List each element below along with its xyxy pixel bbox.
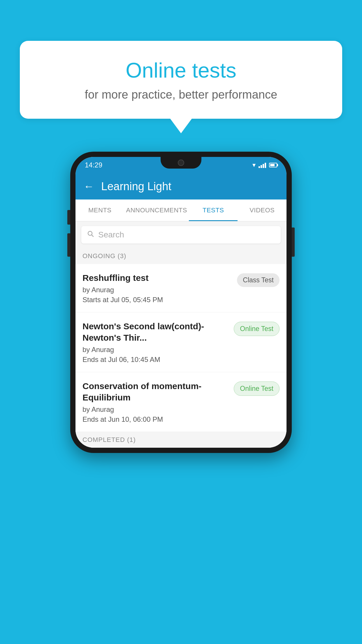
search-placeholder: Search [98, 230, 124, 239]
bubble-title: Online tests [43, 58, 319, 82]
signal-bar-3 [263, 164, 264, 168]
test-content-2: Newton's Second law(contd)-Newton's Thir… [82, 321, 234, 364]
test-badge-2: Online Test [234, 322, 280, 336]
front-camera [178, 160, 184, 166]
speech-bubble: Online tests for more practice, better p… [20, 41, 342, 119]
phone-screen: 14:29 ▾ ← Learning Light [75, 157, 287, 448]
back-arrow-icon[interactable]: ← [84, 180, 94, 192]
volume-down-button [67, 210, 70, 225]
svg-line-1 [92, 235, 94, 237]
test-item[interactable]: Reshuffling test by Anurag Starts at Jul… [75, 264, 287, 312]
test-title-3: Conservation of momentum-Equilibrium [82, 380, 228, 403]
test-author-1: by Anurag [82, 286, 231, 294]
volume-up-button [67, 233, 70, 257]
test-content-3: Conservation of momentum-Equilibrium by … [82, 380, 234, 424]
speech-bubble-container: Online tests for more practice, better p… [20, 41, 342, 119]
completed-section-header: COMPLETED (1) [75, 432, 287, 448]
signal-bar-1 [259, 166, 260, 168]
app-title: Learning Light [101, 180, 171, 193]
test-content-1: Reshuffling test by Anurag Starts at Jul… [82, 272, 237, 304]
test-title-1: Reshuffling test [82, 272, 231, 284]
tab-ments[interactable]: MENTS [75, 200, 124, 221]
test-item[interactable]: Newton's Second law(contd)-Newton's Thir… [75, 312, 287, 372]
test-date-2: Ends at Jul 06, 10:45 AM [82, 356, 228, 364]
tabs-container: MENTS ANNOUNCEMENTS TESTS VIDEOS [75, 200, 287, 221]
test-badge-1: Class Test [237, 273, 280, 287]
status-icons: ▾ [252, 161, 277, 169]
battery-fill [270, 164, 275, 166]
test-title-2: Newton's Second law(contd)-Newton's Thir… [82, 321, 228, 343]
test-badge-3: Online Test [234, 382, 280, 396]
search-bar[interactable]: Search [81, 226, 281, 244]
test-item[interactable]: Conservation of momentum-Equilibrium by … [75, 372, 287, 432]
test-author-2: by Anurag [82, 346, 228, 354]
app-header: ← Learning Light [75, 173, 287, 200]
ongoing-label: ONGOING (3) [82, 252, 126, 260]
test-date-3: Ends at Jun 10, 06:00 PM [82, 415, 228, 424]
search-container: Search [75, 221, 287, 248]
test-author-3: by Anurag [82, 405, 228, 414]
ongoing-section-header: ONGOING (3) [75, 248, 287, 264]
phone-outer: 14:29 ▾ ← Learning Light [70, 152, 292, 453]
tab-announcements[interactable]: ANNOUNCEMENTS [124, 200, 189, 221]
wifi-icon: ▾ [252, 161, 256, 169]
tab-tests[interactable]: TESTS [189, 200, 238, 221]
completed-label: COMPLETED (1) [82, 436, 136, 443]
signal-bar-2 [261, 165, 262, 168]
power-button [292, 228, 295, 257]
search-icon [87, 230, 94, 239]
signal-bar-4 [265, 163, 266, 168]
phone-mockup: 14:29 ▾ ← Learning Light [70, 152, 292, 453]
tab-videos[interactable]: VIDEOS [238, 200, 287, 221]
test-date-1: Starts at Jul 05, 05:45 PM [82, 296, 231, 304]
signal-icon [259, 162, 266, 168]
phone-notch [161, 157, 201, 169]
battery-icon [269, 163, 277, 167]
status-time: 14:29 [85, 161, 102, 169]
bubble-subtitle: for more practice, better performance [43, 88, 319, 101]
